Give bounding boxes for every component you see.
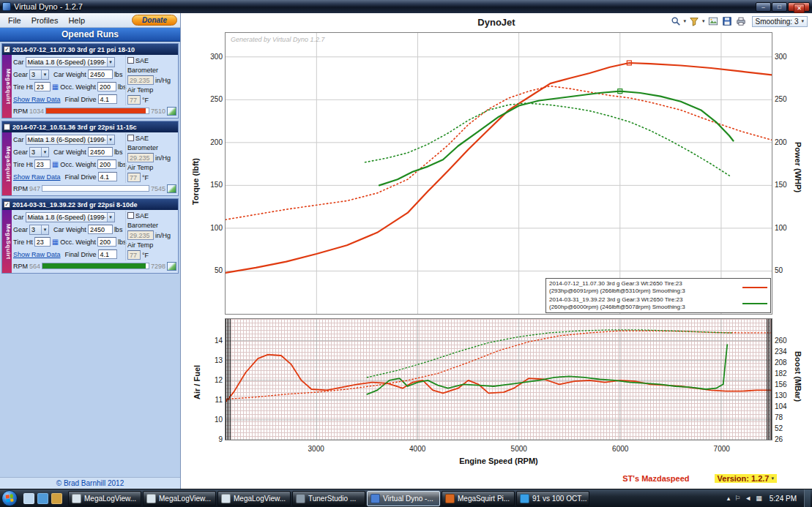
megasquirt-label: MegaSquirt bbox=[2, 132, 12, 195]
y-tick-left: 9 bbox=[218, 435, 226, 443]
final-drive-input[interactable]: 4.1 bbox=[98, 172, 117, 181]
menu-item-profiles[interactable]: Profiles bbox=[26, 15, 64, 26]
menu-item-help[interactable]: Help bbox=[63, 15, 90, 26]
chevron-down-icon: ▾ bbox=[107, 213, 114, 222]
export-image-icon[interactable] bbox=[707, 15, 719, 27]
run-header[interactable]: ✓2014-07-12_11.07.30 3rd gr 21 psi 18-10 bbox=[2, 44, 178, 55]
hidden-icons-button[interactable]: ▴ bbox=[727, 495, 731, 502]
run-visible-checkbox[interactable]: ✓ bbox=[4, 201, 10, 208]
rpm-range-bar[interactable] bbox=[42, 185, 149, 192]
show-raw-data-link[interactable]: Show Raw Data bbox=[13, 173, 61, 181]
tire-calculator-icon[interactable]: ▦ bbox=[52, 161, 59, 168]
final-drive-input[interactable]: 4.1 bbox=[98, 94, 117, 104]
car-select[interactable]: Miata 1.8 (6-Speed) (1999-2▾ bbox=[26, 212, 115, 222]
taskbar-button-label: Virtual Dyno -... bbox=[383, 495, 433, 503]
start-button[interactable] bbox=[1, 490, 18, 506]
donate-button[interactable]: Donate bbox=[132, 15, 177, 26]
window-title: Virtual Dyno - 1.2.7 bbox=[14, 2, 753, 11]
car-select[interactable]: Miata 1.8 (6-Speed) (1999-2▾ bbox=[26, 135, 115, 145]
show-raw-data-link[interactable]: Show Raw Data bbox=[13, 251, 61, 258]
sae-checkbox[interactable] bbox=[127, 212, 134, 219]
rpm-graph-button[interactable] bbox=[167, 184, 176, 193]
y-tick-left: 13 bbox=[215, 356, 226, 364]
tire-height-input[interactable]: 23 bbox=[34, 237, 51, 247]
taskbar-button-megasquirt-pi-[interactable]: MegaSquirt Pi... bbox=[442, 491, 515, 506]
legend-line1: 2014-03-31_19.39.22 3rd g Gear:3 Wt:2650… bbox=[549, 296, 739, 304]
tire-height-input[interactable]: 23 bbox=[34, 82, 51, 91]
gear-select[interactable]: 3▾ bbox=[29, 70, 49, 80]
minimize-button[interactable]: – bbox=[756, 2, 771, 12]
taskbar-button-icon bbox=[296, 494, 305, 503]
taskbar-button-megalogview-[interactable]: MegaLogView... bbox=[68, 491, 141, 506]
title-bar[interactable]: Virtual Dyno - 1.2.7 – □ ✕ bbox=[0, 0, 812, 13]
rpm-graph-button[interactable] bbox=[167, 262, 176, 271]
taskbar-button-megalogview-[interactable]: MegaLogView... bbox=[217, 491, 291, 506]
save-icon[interactable] bbox=[721, 15, 733, 27]
final-drive-input[interactable]: 4.1 bbox=[98, 249, 117, 259]
zoom-dropdown-arrow[interactable]: ▾ bbox=[684, 18, 687, 24]
car-weight-input[interactable]: 2450 bbox=[88, 147, 113, 157]
quick-launch-icon-1[interactable] bbox=[23, 493, 34, 504]
author-link[interactable]: © Brad Barnhill 2012 bbox=[56, 479, 124, 487]
show-desktop-button[interactable] bbox=[804, 489, 811, 507]
sidebar: FileProfilesHelp Donate Opened Runs ✓201… bbox=[0, 13, 181, 489]
tire-calculator-icon[interactable]: ▦ bbox=[52, 83, 59, 91]
taskbar-button-91-vs-100-oct-[interactable]: 91 vs 100 OCT... bbox=[516, 491, 589, 506]
clock[interactable]: 5:24 PM bbox=[767, 495, 800, 503]
rpm-range-bar[interactable] bbox=[45, 108, 149, 114]
x-axis-ticks: 30004000500060007000 bbox=[225, 445, 772, 454]
quick-launch-icon-2[interactable] bbox=[37, 493, 48, 504]
print-icon[interactable] bbox=[735, 15, 747, 27]
x-tick: 7000 bbox=[714, 445, 730, 453]
car-weight-input[interactable]: 2450 bbox=[88, 225, 113, 234]
run-header[interactable]: ✓2014-03-31_19.39.22 3rd gr 22psi 8-10de bbox=[2, 199, 178, 210]
rpm-graph-button[interactable] bbox=[167, 107, 176, 116]
rpm-range-bar[interactable] bbox=[42, 263, 149, 269]
zoom-icon[interactable] bbox=[670, 15, 682, 27]
y-tick-left: 250 bbox=[210, 95, 226, 103]
run-fields-grid: CarMiata 1.8 (6-Speed) (1999-2▾Gear3▾Car… bbox=[13, 133, 176, 183]
car-value: Miata 1.8 (6-Speed) (1999-2 bbox=[28, 214, 105, 221]
sae-checkbox[interactable] bbox=[127, 57, 134, 64]
gear-select[interactable]: 3▾ bbox=[29, 225, 49, 235]
y-tick-right: 50 bbox=[772, 266, 783, 274]
run-fields-right: SAEBarometer29.235in/HgAir Temp77°F bbox=[125, 133, 176, 183]
panel-close-button[interactable]: ✕ bbox=[794, 4, 805, 13]
barometer-label-row: Barometer bbox=[127, 221, 176, 231]
air-temp-label: Air Temp bbox=[127, 164, 153, 171]
menu-item-file[interactable]: File bbox=[3, 15, 26, 26]
sae-checkbox[interactable] bbox=[127, 135, 134, 141]
car-weight-input[interactable]: 2450 bbox=[88, 70, 113, 79]
taskbar-button-tunerstudio-[interactable]: TunerStudio ... bbox=[292, 491, 365, 506]
dyno-chart[interactable]: Generated by Virtual Dyno 1.2.7 2014-07-… bbox=[225, 32, 772, 315]
action-center-icon[interactable]: ⚐ bbox=[734, 495, 740, 502]
afr-boost-chart-svg bbox=[226, 319, 772, 440]
tire-height-input[interactable]: 23 bbox=[34, 159, 51, 169]
filter-icon[interactable] bbox=[688, 15, 700, 27]
run-visible-checkbox[interactable] bbox=[4, 124, 10, 130]
tire-calculator-icon[interactable]: ▦ bbox=[52, 239, 59, 246]
rpm-label: RPM bbox=[13, 185, 28, 192]
taskbar-button-virtual-dyno-[interactable]: Virtual Dyno -... bbox=[367, 491, 440, 506]
occ-weight-input[interactable]: 200 bbox=[97, 159, 116, 169]
taskbar-button-megalogview-[interactable]: MegaLogView... bbox=[143, 491, 216, 506]
occ-weight-input[interactable]: 200 bbox=[97, 82, 116, 91]
chevron-down-icon: ▾ bbox=[107, 58, 114, 67]
maximize-button[interactable]: □ bbox=[772, 2, 787, 12]
occ-weight-input[interactable]: 200 bbox=[97, 237, 116, 247]
quick-launch-icon-3[interactable] bbox=[51, 493, 62, 504]
smoothing-select[interactable]: Smoothing: 3 ▾ bbox=[752, 16, 808, 27]
version-badge[interactable]: Version: 1.2.7 ▾ bbox=[715, 474, 777, 483]
run-visible-checkbox[interactable]: ✓ bbox=[4, 46, 10, 53]
gear-select[interactable]: 3▾ bbox=[29, 147, 49, 157]
rpm-min-value: 564 bbox=[29, 263, 40, 270]
afr-boost-chart[interactable]: 91011121314265278104130156182208234260 bbox=[225, 318, 772, 440]
car-select[interactable]: Miata 1.8 (6-Speed) (1999-2▾ bbox=[26, 57, 115, 67]
network-icon[interactable]: ▦ bbox=[756, 495, 762, 502]
filter-dropdown-arrow[interactable]: ▾ bbox=[702, 18, 705, 24]
run-header[interactable]: 2014-07-12_10.51.36 3rd gr 22psi 11-15c bbox=[2, 121, 178, 132]
volume-icon[interactable]: ◄ bbox=[745, 495, 751, 502]
show-raw-data-link[interactable]: Show Raw Data bbox=[13, 96, 61, 103]
barometer-value-row: 29.235in/Hg bbox=[127, 153, 176, 163]
taskbar-button-label: MegaLogView... bbox=[234, 495, 286, 503]
